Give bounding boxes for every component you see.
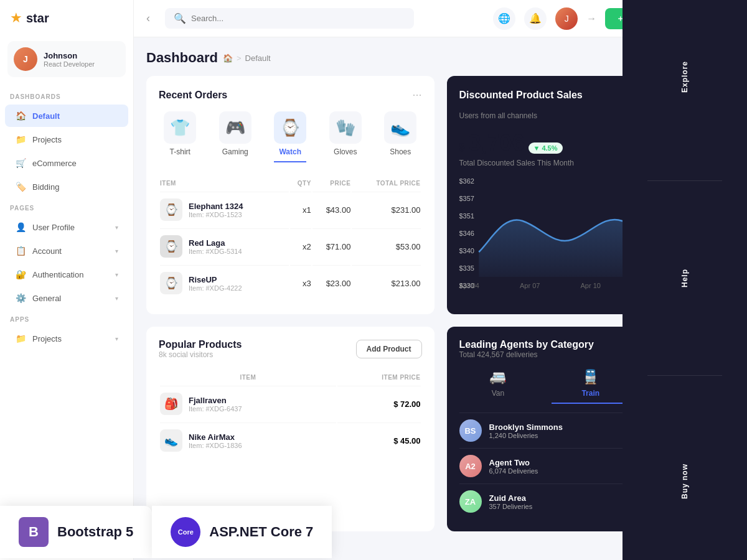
agent-deliveries: 357 Deliveries <box>489 503 606 510</box>
add-product-button[interactable]: Add Product <box>356 340 422 358</box>
agent-avatar: ZA <box>459 490 482 513</box>
sidebar-item-bidding[interactable]: 🏷️ Bidding <box>5 175 128 198</box>
sidebar-item-account[interactable]: 📋 Account ▾ <box>5 240 128 262</box>
train-icon: 🚆 <box>582 369 599 385</box>
user-name: Johnson <box>44 51 95 60</box>
order-qty: x1 <box>290 192 311 227</box>
gloves-icon: 🧤 <box>329 111 362 144</box>
sidebar-item-general[interactable]: ⚙️ General ▾ <box>5 287 128 309</box>
col-item: ITEM <box>160 370 336 385</box>
agent-name: Zuid Area <box>489 493 606 503</box>
col-item: ITEM <box>160 176 289 190</box>
tab-watch[interactable]: ⌚ Watch <box>274 111 306 162</box>
watch-icon: ⌚ <box>274 111 306 144</box>
home-icon: 🏠 <box>15 110 26 121</box>
tab-tshirt[interactable]: 👕 T-shirt <box>164 111 196 162</box>
tab-gaming[interactable]: 🎮 Gaming <box>219 111 251 162</box>
dashboards-label: DASHBOARDS <box>0 87 133 104</box>
col-qty: QTY <box>290 176 311 190</box>
table-row: ⌚ Elephant 1324 Item: #XDG-1523 x1 $43.0… <box>160 192 421 227</box>
order-total: $213.00 <box>352 265 420 301</box>
chevron-icon: ▾ <box>115 271 118 278</box>
folder-icon: 📁 <box>15 134 26 145</box>
tab-shoes[interactable]: 👟 Shoes <box>384 111 416 162</box>
product-id: Item: #XDG-1836 <box>189 442 242 449</box>
product-price: $ 45.00 <box>337 422 421 458</box>
product-item-image: 👟 <box>160 429 182 452</box>
divider <box>647 375 722 376</box>
logo: ★ star <box>0 0 133 36</box>
order-qty: x2 <box>290 228 311 264</box>
tab-van[interactable]: 🚐 Van <box>459 369 537 404</box>
popular-products-subtitle: 8k social visitors <box>159 350 242 359</box>
order-item-image: ⌚ <box>160 272 182 294</box>
breadcrumb-current: Default <box>245 54 271 63</box>
lock-icon: 🔐 <box>15 269 26 280</box>
agent-avatar: A2 <box>459 455 482 477</box>
product-item-image: 🎒 <box>160 393 182 415</box>
order-item-id: Item: #XDG-5314 <box>189 248 242 255</box>
order-item-name: RiseUP <box>189 275 242 284</box>
notification-icon[interactable]: 🔔 <box>524 7 547 30</box>
sidebar-item-label: User Profile <box>32 223 109 232</box>
tab-gaming-label: Gaming <box>222 147 248 156</box>
help-button[interactable]: Help <box>675 259 694 297</box>
tab-train[interactable]: 🚆 Train <box>552 369 629 404</box>
order-item-info: ⌚ Red Laga Item: #XDG-5314 <box>160 235 289 258</box>
search-input[interactable] <box>191 14 405 23</box>
agent-name: Brooklyn Simmons <box>489 422 606 432</box>
sidebar-item-ecommerce[interactable]: 🛒 eCommerce <box>5 152 128 174</box>
order-item-name: Elephant 1324 <box>189 202 243 211</box>
tab-train-label: Train <box>581 389 599 398</box>
col-total: TOTAL PRICE <box>352 176 420 190</box>
user-avatar-topbar[interactable]: J <box>555 7 578 30</box>
sidebar-item-label: Projects <box>32 135 118 144</box>
table-row: ⌚ Red Laga Item: #XDG-5314 x2 $71.00 $53… <box>160 228 421 264</box>
sidebar-item-projects[interactable]: 📁 Projects <box>5 128 128 151</box>
sidebar-item-apps-projects[interactable]: 📁 Projects ▾ <box>5 327 128 350</box>
tshirt-icon: 👕 <box>164 111 196 144</box>
orders-table: ITEM QTY PRICE TOTAL PRICE ⌚ <box>159 175 422 302</box>
sidebar-item-authentication[interactable]: 🔐 Authentication ▾ <box>5 263 128 286</box>
sales-number: 3,706 <box>468 130 524 156</box>
sidebar-item-default[interactable]: 🏠 Default <box>5 105 128 127</box>
chevron-icon: ▾ <box>115 224 118 231</box>
buy-now-button[interactable]: Buy now <box>675 454 694 509</box>
sidebar-item-label: Account <box>32 246 109 256</box>
search-icon: 🔍 <box>174 12 186 24</box>
page-title: Dashboard <box>146 50 218 66</box>
user-role: React Developer <box>44 60 95 68</box>
collapse-icon[interactable]: ‹ <box>146 12 150 25</box>
gaming-icon: 🎮 <box>219 111 251 144</box>
agents-title: Leading Agents by Category <box>459 339 594 350</box>
sidebar-item-label: Authentication <box>32 270 109 279</box>
user-card: J Johnson React Developer <box>7 41 126 77</box>
order-price: $43.00 <box>312 192 351 227</box>
logo-star: ★ <box>10 10 22 26</box>
sidebar-item-label: Projects <box>32 334 109 343</box>
order-item-image: ⌚ <box>160 198 182 221</box>
globe-icon[interactable]: 🌐 <box>493 7 515 30</box>
van-icon: 🚐 <box>489 369 506 385</box>
order-total: $53.00 <box>352 228 420 264</box>
card-menu-icon[interactable]: ··· <box>412 88 421 101</box>
tab-van-label: Van <box>492 389 504 398</box>
breadcrumb-path: 🏠 > Default <box>223 54 271 63</box>
col-price: PRICE <box>312 176 351 190</box>
pages-label: PAGES <box>0 198 133 215</box>
tab-gloves[interactable]: 🧤 Gloves <box>329 111 362 162</box>
agent-avatar: BS <box>459 419 482 442</box>
order-item-info: ⌚ Elephant 1324 Item: #XDG-1523 <box>160 198 289 221</box>
chevron-icon: ▾ <box>115 335 118 342</box>
order-item-id: Item: #XDG-1523 <box>189 211 243 218</box>
explore-button[interactable]: Explore <box>675 51 694 103</box>
sidebar: ★ star J Johnson React Developer DASHBOA… <box>0 0 134 560</box>
agents-subtitle: Total 424,567 deliveries <box>459 350 594 359</box>
table-row: ⌚ RiseUP Item: #XDG-4222 x3 $23.00 $213.… <box>160 265 421 301</box>
order-total: $231.00 <box>352 192 420 227</box>
sidebar-item-user-profile[interactable]: 👤 User Profile ▾ <box>5 216 128 238</box>
right-panel: Explore Help Buy now <box>622 0 747 560</box>
product-id: Item: #XDG-6437 <box>189 405 242 413</box>
tab-gloves-label: Gloves <box>334 147 357 156</box>
sales-title: Discounted Product Sales <box>459 90 583 101</box>
